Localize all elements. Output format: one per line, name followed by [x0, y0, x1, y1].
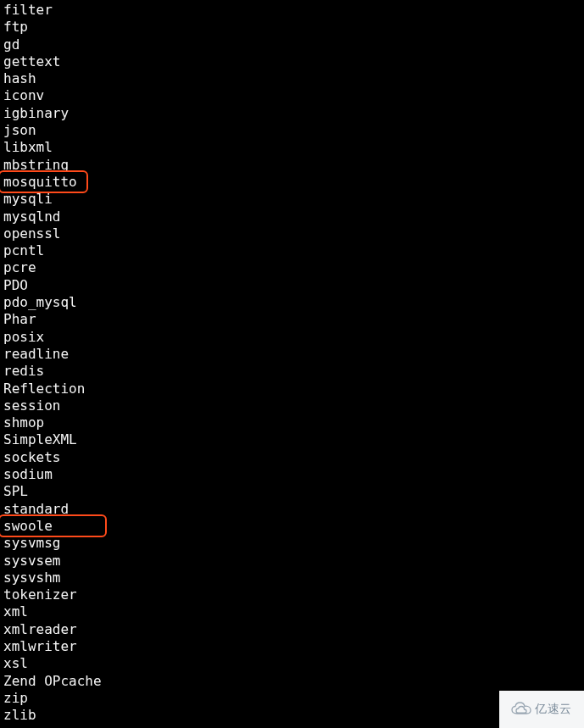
terminal-line: sysvsem [3, 553, 581, 570]
terminal-line: sysvshm [3, 570, 581, 586]
terminal-line: xmlreader [3, 621, 581, 638]
terminal-line: mosquitto [3, 174, 581, 191]
terminal-line: Reflection [3, 381, 581, 397]
terminal-line: zlib [3, 707, 581, 724]
watermark-text: 亿速云 [535, 702, 572, 717]
terminal-line: xmlwriter [3, 638, 581, 655]
terminal-line: zip [3, 690, 581, 707]
terminal-line: openssl [3, 225, 581, 242]
terminal-line: libxml [3, 139, 581, 156]
terminal-line: sockets [3, 449, 581, 466]
terminal-line: redis [3, 363, 581, 380]
terminal-line: json [3, 122, 581, 139]
terminal-line: pdo_mysql [3, 294, 581, 311]
terminal-line: xsl [3, 655, 581, 672]
terminal-line: swoole [3, 518, 581, 535]
terminal-line: gettext [3, 53, 581, 70]
terminal-line: gd [3, 36, 581, 53]
terminal-line: standard [3, 501, 581, 518]
terminal-line: mysqli [3, 191, 581, 208]
terminal-line: filter [3, 2, 581, 19]
terminal-line: Zend OPcache [3, 673, 581, 690]
terminal-line: pcre [3, 259, 581, 276]
terminal-line: sodium [3, 466, 581, 483]
cloud-icon [511, 702, 531, 717]
terminal-line: mysqlnd [3, 208, 581, 225]
terminal-line: ftp [3, 19, 581, 36]
terminal-line: posix [3, 329, 581, 346]
terminal-line: iconv [3, 87, 581, 104]
terminal-line: Phar [3, 311, 581, 328]
terminal-line: readline [3, 346, 581, 363]
terminal-line: tokenizer [3, 586, 581, 603]
terminal-line: SPL [3, 483, 581, 500]
terminal-line: xml [3, 603, 581, 620]
terminal-line: session [3, 397, 581, 414]
terminal-line: PDO [3, 277, 581, 294]
terminal-line: hash [3, 70, 581, 87]
terminal-output: filterftpgdgettexthashiconvigbinaryjsonl… [3, 2, 581, 724]
terminal-line: pcntl [3, 242, 581, 259]
terminal-window: filterftpgdgettexthashiconvigbinaryjsonl… [0, 0, 584, 728]
terminal-line: shmop [3, 414, 581, 431]
watermark-badge: 亿速云 [499, 691, 584, 728]
terminal-line: SimpleXML [3, 431, 581, 448]
terminal-line: sysvmsg [3, 535, 581, 552]
terminal-line: igbinary [3, 105, 581, 122]
terminal-line: mbstring [3, 157, 581, 174]
